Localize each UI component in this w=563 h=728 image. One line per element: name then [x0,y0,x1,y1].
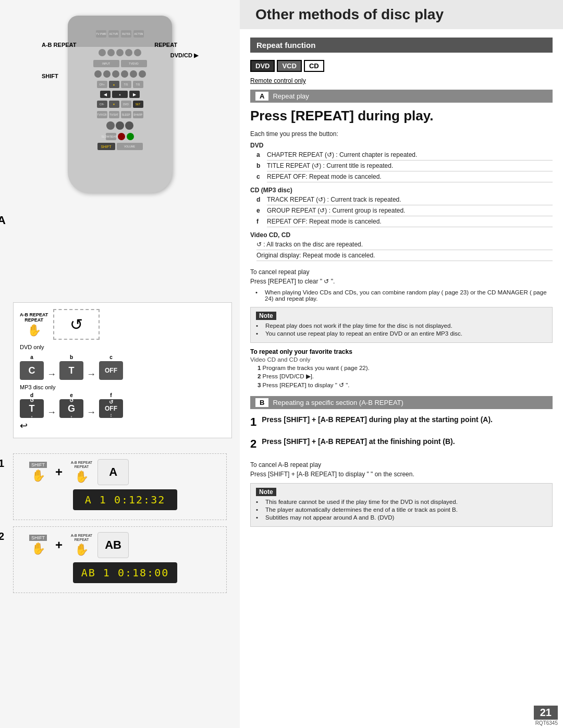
seq-label-c: c [109,354,113,360]
original-display-line: Original display: Repeat mode is cancele… [256,252,553,261]
sub-a-text: Repeat play [273,92,309,100]
right-step1: 1 Press [SHIFT] + [A-B REPEAT] during pl… [250,415,553,432]
dvd-cd-label: DVD/CD ▶ [170,52,198,59]
remote-btn: T/S [133,81,143,88]
items-def: d TRACK REPEAT (↺) : Current track is re… [250,196,553,227]
cd-mp3-title: CD (MP3 disc) [250,187,553,194]
seq-abc: a C → b T → c OFF [20,354,225,380]
ab-repeat-hand: A-B REPEATREPEAT ✋ [20,312,48,337]
cancel-ab-section: To cancel A-B repeat play Press [SHIFT] … [250,461,553,478]
ab-repeat-hand-icon: ✋ [75,470,89,484]
loop-arrow-icon: ↩ [20,420,225,431]
note2-text-3: Subtitles may not appear around A and B.… [265,514,394,521]
all-tracks-text: ↺ : All tracks on the disc are repeated. [256,241,553,250]
original-display-text: Original display: Repeat mode is cancele… [256,252,553,261]
repeat-symbol-box: ↺ [53,309,100,340]
step2-text: Press [SHIFT] + [A-B REPEAT] at the fini… [262,437,455,449]
note2-bullet-3: • [256,514,262,521]
numbered-list: 1 Program the tracks you want ( page 22)… [258,365,553,389]
repeat-btn [116,121,124,130]
step1-container: 1 SHIFT ✋ + A-B REPEATREPEAT ✋ A [13,453,227,520]
shift-label-badge: SHIFT [29,462,47,468]
page-number: 21 [534,706,558,720]
seq-def: d ↺ T ↕ → e ↺ G [20,392,225,418]
note2-item-2: • The player automatically determines th… [256,507,547,513]
section-a-container: A A-B REPEATREPEAT ✋ ↺ DVD only a C → [13,208,227,446]
item-b: b TITLE REPEAT (↺) : Current title is re… [256,162,553,171]
remote-btn: VOLUME [117,143,143,150]
remote-btn: ▲ [112,91,128,98]
section-a-label: A [0,214,6,227]
note-box-1: Note • Repeat play does not work if the … [250,307,553,343]
bullet-item-1: • When playing Video CDs and CDs, you ca… [255,289,553,302]
step2-num: 2 [0,530,4,542]
remote-btn: DVD [121,101,131,108]
item-f: f REPEAT OFF: Repeat mode is canceled. [256,218,553,227]
step-text-2: Press [DVD/CD ▶]. [263,373,314,379]
arrow-icon: → [87,369,96,380]
item-e: e GROUP REPEAT (↺) : Current group is re… [256,207,553,216]
cancel-section: To cancel repeat play Press [REPEAT] to … [250,268,553,285]
plus-icon2: + [55,538,63,552]
repeat-label: REPEAT [154,42,177,48]
remote-btn: CH+ [97,81,107,88]
step-item-3: 3 Press [REPEAT] to display " ↺ ". [258,381,553,389]
item-letter-c: c [256,173,264,180]
remote-btn: ▼ [109,101,119,108]
remote-circle-btn [139,70,146,78]
item-text-e: GROUP REPEAT (↺) : Current group is repe… [267,207,553,216]
remote-btn: ▲ [109,81,119,88]
ab-repeat-hand2: A-B REPEATREPEAT ✋ [71,461,92,483]
item-text-d: TRACK REPEAT (↺) : Current track is repe… [267,196,553,205]
step1-heading: 1 [250,415,256,429]
step2-box: SHIFT ✋ + A-B REPEATREPEAT ✋ AB AB 1 0:1… [13,526,227,593]
video-cd-title: Video CD, CD [250,231,553,239]
note2-bullet-1: • [256,499,262,505]
display-box-1: A 1 0:12:32 [73,489,177,510]
remote-btn: ▶ [129,91,140,98]
right-step2: 2 Press [SHIFT] + [A-B REPEAT] at the fi… [250,437,553,454]
remote-circle-btn [121,70,128,78]
step2-container: 2 SHIFT ✋ + A-B REPEATREPEAT ✋ AB AB 1 0… [13,526,227,593]
item-a: a CHAPTER REPEAT (↺) : Current chapter i… [256,151,553,161]
format-badges: DVD VCD CD [250,60,553,72]
shift-btn: SHIFT [97,143,115,150]
seq-label-a: a [30,354,33,360]
section-b-text: Repeating a specific section (A-B REPEAT… [273,399,403,406]
fav-title: To repeat only your favorite tracks [250,348,553,355]
bullet-dot: • [255,289,262,302]
remote-btn: TV/DVD [121,60,147,67]
step-item-2: 2 Press [DVD/CD ▶]. [258,373,553,380]
remote-btn: SET [133,101,143,108]
note2-item-3: • Subtitles may not appear around A and … [256,514,547,521]
ab-repeat-small-label2: A-B REPEATREPEAT [71,534,92,541]
fav-tracks-section: To repeat only your favorite tracks Vide… [250,348,553,389]
item-c: c REPEAT OFF: Repeat mode is canceled. [256,173,553,182]
step-item-1: 1 Program the tracks you want ( page 22)… [258,365,553,371]
item-letter-f: f [256,218,264,225]
item-text-b: TITLE REPEAT (↺) : Current title is repe… [267,162,553,171]
section-b-bar: B Repeating a specific section (A-B REPE… [250,396,553,409]
step-text-1: Program the tracks you want ( page 22). [263,365,370,371]
dvd-section-title: DVD [250,142,553,149]
note2-item-1: • This feature cannot be used if the pla… [256,499,547,505]
note-text-1: Repeat play does not work if the play ti… [265,323,452,329]
vcd-badge: VCD [277,60,301,72]
remote-circle-btn [103,70,111,78]
seq-btn-off2: ↺ OFF ↕ [99,399,123,418]
shift-hand: SHIFT ✋ [29,462,47,483]
remote-btn: ACTSN [133,30,144,38]
arrow-icon: → [47,407,56,418]
remote-circle-btn [112,70,119,78]
remote-btn: INPUT [93,60,119,67]
dvdcd-btn [125,121,133,130]
seq-btn-c: C [20,361,44,380]
remote-btn: T/S [121,81,131,88]
section-a-box: A-B REPEATREPEAT ✋ ↺ DVD only a C → b T … [13,302,232,438]
display-box-2: AB 1 0:18:00 [73,562,177,583]
step1-text: Press [SHIFT] + [A-B REPEAT] during play… [262,415,493,427]
step1-num: 1 [0,458,4,470]
note-title-1: Note [256,312,276,320]
item-letter-d: d [256,196,264,203]
ab-repeat-small-label: A-B REPEATREPEAT [71,461,92,468]
